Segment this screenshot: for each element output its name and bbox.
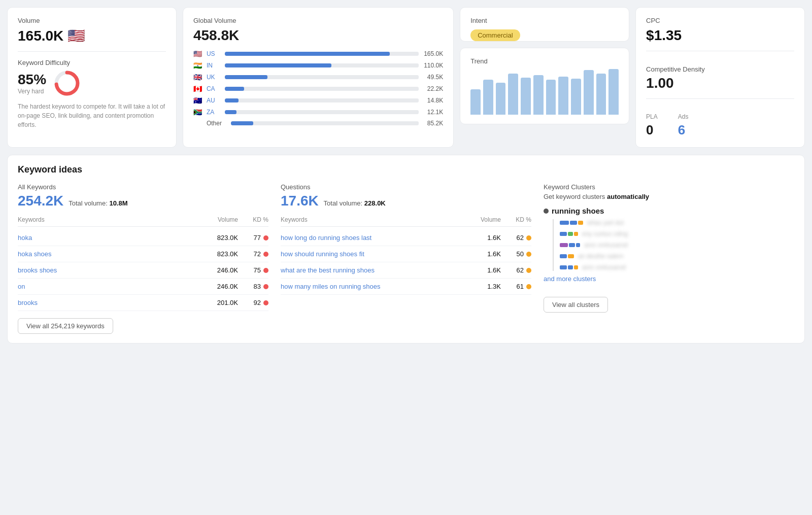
global-volume-value: 458.8K [193, 27, 443, 44]
trend-bar [521, 78, 531, 115]
mini-bar [560, 243, 568, 247]
cluster-root: running shoes [544, 207, 794, 215]
kd-description: The hardest keyword to compete for. It w… [18, 102, 166, 129]
keyword-link[interactable]: hoka [18, 234, 197, 242]
country-label[interactable]: IN [207, 62, 221, 69]
country-label[interactable]: AU [207, 97, 221, 104]
country-bar-row: 🇺🇸 US 165.0K [193, 50, 443, 58]
cpc-card: CPC $1.35 Competitive Density 1.00 PLA 0… [635, 7, 805, 148]
intent-label: Intent [470, 17, 619, 24]
bar-value: 85.2K [423, 120, 443, 127]
comp-density-label: Competitive Density [646, 65, 794, 73]
mini-bar [568, 265, 573, 269]
view-all-clusters-button[interactable]: View all clusters [544, 297, 608, 313]
bar-value: 49.5K [423, 74, 443, 81]
country-label[interactable]: ZA [207, 109, 221, 116]
volume-value: 165.0K 🇺🇸 [18, 27, 166, 44]
mini-bar [569, 243, 575, 247]
list-item: anrs vnrkusarod [560, 242, 794, 249]
mini-bar [574, 232, 578, 236]
trend-bar [558, 77, 568, 115]
three-col-layout: All Keywords 254.2K Total volume: 10.8M … [18, 183, 794, 334]
keyword-ideas-section: Keyword ideas All Keywords 254.2K Total … [7, 155, 805, 344]
trend-bar [496, 83, 506, 115]
country-label[interactable]: UK [207, 74, 221, 81]
ads-item: Ads 6 [678, 113, 689, 138]
flag-icon: 🇿🇦 [193, 108, 202, 116]
all-kw-header: All Keywords [18, 183, 268, 191]
trend-bar [571, 79, 581, 115]
all-keywords-col: All Keywords 254.2K Total volume: 10.8M … [18, 183, 268, 334]
kd-dot-icon [263, 252, 268, 257]
list-item: an deuthe salern [560, 253, 794, 260]
country-label[interactable]: CA [207, 85, 221, 92]
table-row: brooks shoes 246.0K 75 [18, 262, 268, 279]
mini-bar [574, 265, 578, 269]
cpc-label: CPC [646, 17, 794, 24]
volume-cell: 823.0K [197, 250, 238, 258]
view-all-keywords-button[interactable]: View all 254,219 keywords [18, 318, 113, 334]
volume-cell: 246.0K [197, 266, 238, 274]
all-kw-total: Total volume: 10.8M [69, 199, 127, 207]
keyword-link[interactable]: what are the best running shoes [281, 266, 460, 274]
questions-total: Total volume: 228.0K [324, 199, 386, 207]
more-clusters-link[interactable]: and more clusters [544, 275, 794, 283]
bar-value: 22.2K [423, 85, 443, 92]
trend-bar [508, 74, 518, 115]
country-bar-row: 🇮🇳 IN 110.0K [193, 61, 443, 70]
bar-value: 165.0K [423, 50, 443, 57]
kd-dot-icon [526, 268, 531, 273]
list-item: anrs vnrkusarod [560, 264, 794, 271]
kd-cell: 92 [238, 299, 268, 306]
kd-cell: 72 [238, 250, 268, 258]
keyword-link[interactable]: how many miles on running shoes [281, 283, 460, 290]
table-row: how many miles on running shoes 1.3K 61 [281, 279, 531, 295]
country-label[interactable]: US [207, 50, 221, 57]
kd-cell: 62 [501, 234, 531, 242]
pla-item: PLA 0 [646, 113, 658, 138]
all-kw-table-headers: Keywords Volume KD % [18, 216, 268, 227]
trend-bar [596, 74, 606, 115]
pla-label: PLA [646, 113, 658, 120]
table-row: what are the best running shoes 1.6K 62 [281, 262, 531, 279]
table-row: hoka shoes 823.0K 72 [18, 246, 268, 262]
all-kw-rows: hoka 823.0K 77 hoka shoes 823.0K 72 broo… [18, 230, 268, 311]
trend-bar [470, 89, 481, 115]
flag-icon: 🇬🇧 [193, 73, 202, 81]
mini-bars [560, 232, 578, 236]
flag-icon: 🇦🇺 [193, 96, 202, 105]
trend-label: Trend [470, 57, 619, 65]
bar-fill [225, 98, 239, 102]
keyword-link[interactable]: how should running shoes fit [281, 250, 460, 258]
mini-bar [560, 221, 569, 225]
kd-cell: 62 [501, 266, 531, 274]
kd-dot-icon [263, 235, 268, 241]
keyword-link[interactable]: hoka shoes [18, 250, 197, 258]
mini-bar [560, 254, 567, 258]
keyword-link[interactable]: on [18, 283, 197, 290]
table-row: how should running shoes fit 1.6K 50 [281, 246, 531, 262]
kd-cell: 50 [501, 250, 531, 258]
keyword-link[interactable]: how long do running shoes last [281, 234, 460, 242]
questions-rows: how long do running shoes last 1.6K 62 h… [281, 230, 531, 295]
keyword-link[interactable]: brooks [18, 299, 197, 306]
kd-dot-icon [263, 300, 268, 305]
top-metrics-grid: Volume 165.0K 🇺🇸 Keyword Difficulty 85% … [0, 0, 812, 155]
trend-bar [533, 75, 544, 115]
bar-fill [225, 110, 236, 114]
kd-dot-icon [526, 284, 531, 289]
mini-bar [560, 265, 567, 269]
kd-cell: 61 [501, 283, 531, 290]
country-bar-row: 🇬🇧 UK 49.5K [193, 73, 443, 81]
volume-cell: 1.3K [460, 283, 501, 290]
intent-badge: Commercial [470, 29, 520, 41]
bar-value: 110.0K [423, 62, 443, 69]
flag-icon: 🇺🇸 [67, 27, 85, 44]
keyword-link[interactable]: brooks shoes [18, 266, 197, 274]
country-bar-row: 🇦🇺 AU 14.8K [193, 96, 443, 105]
kd-dot-icon [526, 252, 531, 257]
kd-dot-icon [263, 284, 268, 289]
intent-trend-col: Intent Commercial Trend [460, 7, 629, 148]
mini-bars [560, 254, 574, 258]
trend-bar [546, 80, 556, 115]
